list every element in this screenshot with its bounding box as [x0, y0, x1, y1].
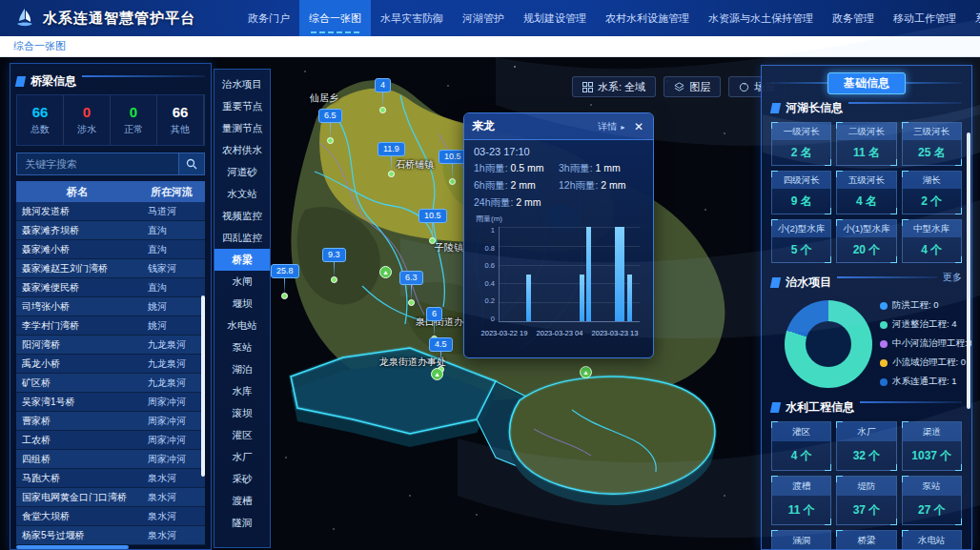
- rainfall-metric: 3h雨量: 1 mm: [559, 162, 643, 175]
- x-tick: 2023-03-23 13: [592, 329, 639, 337]
- table-row[interactable]: 姚河发道桥 马道河: [16, 202, 205, 221]
- layer-menu-item[interactable]: 渡槽: [214, 490, 270, 512]
- marker-pin-icon: [281, 293, 288, 299]
- marker-stem: [330, 123, 331, 138]
- nav-item[interactable]: 河湖管护: [453, 0, 514, 36]
- layer-menu-item[interactable]: 隧洞: [214, 512, 270, 534]
- table-row[interactable]: 吴家湾1号桥 周家冲河: [16, 393, 205, 412]
- map-marker[interactable]: 6.5: [318, 109, 342, 144]
- layer-menu-item[interactable]: 水库: [214, 380, 270, 402]
- layer-menu-item[interactable]: 四乱监控: [214, 227, 270, 249]
- layer-menu-item[interactable]: 农村供水: [214, 139, 270, 161]
- nav-item[interactable]: 移动工作管理: [884, 0, 966, 36]
- nav-item[interactable]: 规划建设管理: [514, 0, 596, 36]
- table-row[interactable]: 聂家滩赵王刘门湾桥 钱家河: [16, 259, 205, 278]
- layer-menu-item[interactable]: 河道砂: [214, 161, 270, 183]
- table-row[interactable]: 李学村门湾桥 姚河: [16, 316, 205, 336]
- right-panel-scrollbar[interactable]: [967, 132, 970, 409]
- layer-menu-item[interactable]: 采砂: [214, 468, 270, 490]
- layer-menu-item[interactable]: 堰坝: [214, 293, 270, 315]
- layer-menu-item[interactable]: 水电站: [214, 315, 270, 336]
- layer-menu-item[interactable]: 量测节点: [214, 117, 270, 139]
- river-name-cell: 姚河: [138, 319, 205, 333]
- metric-value: 2 mm: [511, 179, 536, 191]
- layers-button[interactable]: 图层: [664, 76, 721, 97]
- projects-more-link[interactable]: 更多: [943, 271, 962, 284]
- table-row[interactable]: 阳河湾桥 九龙泉河: [16, 336, 205, 355]
- table-row[interactable]: 聂家滩便民桥 直沟: [16, 278, 205, 297]
- nav-item[interactable]: 水资源与水土保持管理: [699, 0, 823, 36]
- search-input[interactable]: [16, 153, 178, 175]
- nav-item[interactable]: 水旱灾害防御: [371, 0, 453, 36]
- nav-item[interactable]: 系统管理: [966, 0, 980, 36]
- layer-menu-item[interactable]: 泵站: [214, 336, 270, 358]
- nav-item[interactable]: 综合一张图: [299, 0, 371, 36]
- water-system-scope-button[interactable]: 水系: 全域: [572, 76, 656, 97]
- search-button[interactable]: [178, 153, 205, 175]
- y-tick: 0.4: [485, 280, 495, 287]
- map-poi-icon[interactable]: ▲: [431, 368, 443, 380]
- popup-details-link[interactable]: 详情 ►: [598, 120, 626, 133]
- map-poi-icon[interactable]: ▲: [580, 366, 592, 378]
- table-row[interactable]: 食堂大坝桥 泉水河: [16, 507, 205, 526]
- map-marker[interactable]: 6.3: [399, 271, 423, 306]
- table-row[interactable]: 工农桥 周家冲河: [16, 431, 205, 450]
- map-marker[interactable]: 11.9: [378, 142, 405, 177]
- marker-pin-icon: [331, 276, 337, 283]
- layer-menu-item[interactable]: 水文站: [214, 183, 270, 205]
- table-row[interactable]: 禹龙小桥 九龙泉河: [16, 355, 205, 374]
- legend-label: 小流域治理工程: 0: [892, 356, 966, 369]
- table-row[interactable]: 司塆张小桥 姚河: [16, 297, 205, 316]
- table-row[interactable]: 曹家桥 周家冲河: [16, 412, 205, 431]
- map-marker[interactable]: 10.5: [419, 209, 447, 244]
- river-name-cell: 泉水河: [138, 510, 205, 523]
- info-card: 一级河长 2 名: [771, 122, 831, 166]
- marker-pin-icon: [429, 237, 436, 244]
- layer-menu-item[interactable]: 桥梁: [214, 249, 270, 271]
- bridge-name-cell: 阳河湾桥: [16, 338, 138, 352]
- layer-menu-item[interactable]: 灌区: [214, 424, 270, 446]
- map-marker[interactable]: 9.3: [322, 248, 346, 283]
- card-label: 水厂: [837, 422, 895, 441]
- layer-menu-item[interactable]: 治水项目: [214, 73, 270, 95]
- card-label: 水电站: [903, 531, 961, 550]
- map-marker[interactable]: 4.5: [429, 337, 453, 373]
- rainfall-chart: 雨量(m) 10.80.60.40.20 2023-03-22 192023-0…: [474, 215, 643, 337]
- layer-menu-item[interactable]: 滚坝: [214, 402, 270, 424]
- close-icon[interactable]: ✕: [632, 120, 645, 133]
- table-row[interactable]: 四组桥 周家冲河: [16, 450, 205, 469]
- table-row[interactable]: 杨家5号过堰桥 泉水河: [16, 526, 205, 545]
- breadcrumb[interactable]: 综合一张图: [0, 39, 66, 53]
- stat-value: 66: [32, 104, 49, 120]
- map-marker[interactable]: 4: [375, 78, 391, 113]
- table-row[interactable]: 马跑大桥 泉水河: [16, 469, 205, 488]
- y-tick: 1: [491, 227, 495, 234]
- stat-label: 总数: [31, 123, 50, 136]
- marker-pin-icon: [327, 137, 334, 144]
- map-poi-icon[interactable]: ▲: [379, 266, 392, 278]
- projects-header: 治水项目 更多: [771, 271, 962, 294]
- layer-menu-item[interactable]: 重要节点: [214, 95, 270, 117]
- y-tick: 0.2: [485, 297, 495, 304]
- popup-header: 来龙 详情 ► ✕: [464, 113, 653, 140]
- layer-menu-item[interactable]: 视频监控: [214, 205, 270, 227]
- layer-menu-item[interactable]: 湖泊: [214, 358, 270, 380]
- layer-menu-item[interactable]: 水厂: [214, 446, 270, 468]
- tab-basic-info[interactable]: 基础信息: [827, 72, 906, 94]
- metric-value: 2 mm: [516, 196, 541, 208]
- table-horizontal-scrollbar[interactable]: [16, 545, 129, 549]
- card-value: 2 名: [772, 140, 830, 165]
- nav-item[interactable]: 农村水利设施管理: [596, 0, 699, 36]
- table-row[interactable]: 聂家滩小桥 直沟: [16, 240, 205, 259]
- layer-menu-item[interactable]: 水闸: [214, 271, 270, 293]
- nav-item[interactable]: 政务门户: [238, 0, 299, 36]
- table-vertical-scrollbar[interactable]: [201, 295, 205, 477]
- map-marker[interactable]: 25.8: [271, 264, 299, 299]
- nav-item[interactable]: 政务管理: [823, 0, 884, 36]
- table-row[interactable]: 矿区桥 九龙泉河: [16, 374, 205, 393]
- table-row[interactable]: 聂家滩齐坝桥 直沟: [16, 221, 205, 240]
- card-label: 渠道: [903, 422, 961, 441]
- bridge-stats: 66 总数 0 涉水 0 正常 66 其他: [16, 94, 205, 146]
- table-row[interactable]: 国家电网黄金口门口湾桥 泉水河: [16, 488, 205, 507]
- legend-item: 河道整治工程: 4: [880, 318, 972, 331]
